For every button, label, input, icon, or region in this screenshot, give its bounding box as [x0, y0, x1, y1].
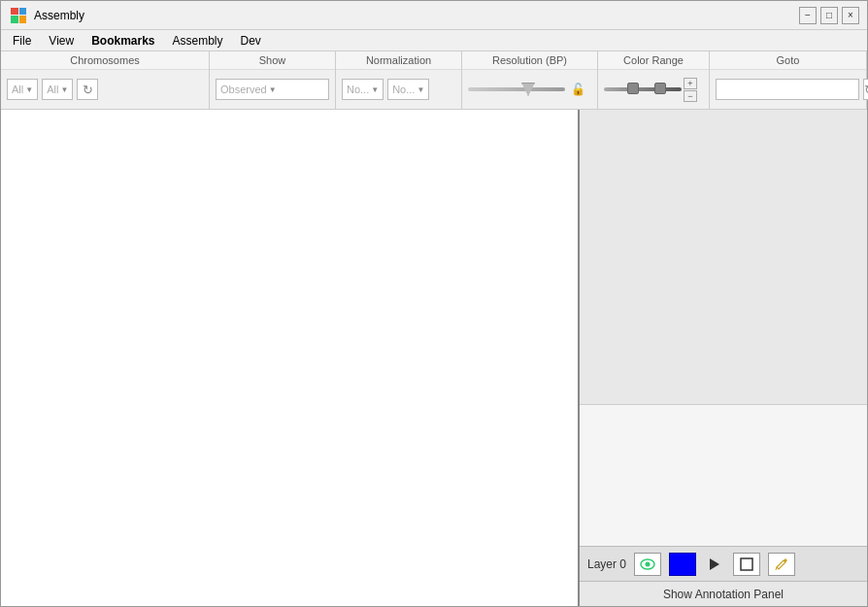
- layer-bar: Layer 0: [580, 546, 867, 581]
- chromosomes-body: All ▼ All ▼ ↻: [1, 70, 209, 109]
- window-title: Assembly: [34, 9, 84, 22]
- normalization-header: Normalization: [336, 51, 461, 70]
- norm-value1: No...: [347, 84, 369, 95]
- right-top-panel: [580, 110, 867, 405]
- annotation-panel-button[interactable]: Show Annotation Panel: [580, 581, 867, 606]
- svg-rect-3: [741, 558, 752, 570]
- norm1-arrow: ▼: [371, 85, 379, 94]
- resolution-header: Resolution (BP): [462, 51, 597, 70]
- layer-color-swatch[interactable]: [669, 553, 696, 576]
- resolution-slider-thumb: [521, 83, 535, 96]
- goto-section: Goto ↻: [710, 51, 867, 109]
- chr1-value: All: [12, 84, 23, 95]
- goto-body: ↻: [710, 70, 866, 109]
- goto-input[interactable]: [716, 79, 859, 100]
- color-range-thumb-right: [654, 83, 666, 94]
- menu-view[interactable]: View: [41, 32, 82, 50]
- chr2-dropdown[interactable]: All ▼: [42, 79, 73, 100]
- chr1-arrow: ▼: [25, 85, 33, 94]
- pencil-icon: [775, 557, 788, 571]
- menu-bar: File View Bookmarks Assembly Dev: [1, 30, 867, 51]
- norm2-arrow: ▼: [417, 85, 424, 94]
- chromosomes-refresh-button[interactable]: ↻: [77, 79, 98, 100]
- right-bottom-panel: [580, 405, 867, 546]
- goto-go-button[interactable]: ↻: [863, 79, 868, 100]
- play-icon: [710, 558, 719, 570]
- left-panel: [1, 110, 580, 606]
- color-range-plus-button[interactable]: +: [684, 78, 697, 89]
- color-range-minus-button[interactable]: −: [684, 90, 697, 102]
- layer-label: Layer 0: [587, 557, 626, 571]
- chr2-arrow: ▼: [60, 85, 68, 94]
- app-icon: [9, 6, 28, 25]
- show-dropdown[interactable]: Observed ▼: [216, 79, 329, 100]
- svg-marker-2: [710, 558, 719, 570]
- color-range-slider[interactable]: [604, 87, 682, 91]
- title-bar-controls: − □ ×: [799, 7, 859, 24]
- square-icon: [740, 557, 753, 571]
- goto-header: Goto: [710, 51, 866, 70]
- controls-bar: Chromosomes All ▼ All ▼ ↻ Show Observed …: [1, 51, 867, 110]
- show-section: Show Observed ▼: [210, 51, 336, 109]
- chr2-value: All: [47, 84, 58, 95]
- layer-square-button[interactable]: [733, 553, 760, 576]
- color-range-section: Color Range + −: [598, 51, 710, 109]
- eye-icon: [640, 558, 655, 570]
- svg-point-1: [646, 561, 651, 566]
- norm-value2: No...: [392, 84, 415, 95]
- color-range-controls: + −: [684, 78, 697, 102]
- resolution-lock-button[interactable]: 🔓: [569, 79, 586, 100]
- normalization-section: Normalization No... ▼ No... ▼: [336, 51, 462, 109]
- normalization-dropdown1[interactable]: No... ▼: [342, 79, 384, 100]
- show-header: Show: [210, 51, 335, 70]
- chromosomes-header: Chromosomes: [1, 51, 209, 70]
- normalization-body: No... ▼ No... ▼: [336, 70, 461, 109]
- show-arrow: ▼: [269, 85, 277, 94]
- layer-visibility-button[interactable]: [634, 553, 661, 576]
- menu-dev[interactable]: Dev: [233, 32, 269, 50]
- main-content: Layer 0: [1, 110, 867, 606]
- annotation-panel-label: Show Annotation Panel: [663, 588, 784, 601]
- color-range-header: Color Range: [598, 51, 709, 70]
- minimize-button[interactable]: −: [799, 7, 817, 24]
- close-button[interactable]: ×: [842, 7, 859, 24]
- right-panel: Layer 0: [580, 110, 867, 606]
- show-value: Observed: [220, 84, 267, 95]
- layer-play-button[interactable]: [704, 553, 725, 576]
- title-bar-left: Assembly: [9, 6, 84, 25]
- color-range-body: + −: [598, 70, 709, 109]
- menu-bookmarks[interactable]: Bookmarks: [83, 32, 162, 50]
- color-range-thumb-left: [627, 83, 639, 94]
- chromosomes-section: Chromosomes All ▼ All ▼ ↻: [1, 51, 210, 109]
- menu-assembly[interactable]: Assembly: [165, 32, 231, 50]
- show-body: Observed ▼: [210, 70, 335, 109]
- maximize-button[interactable]: □: [820, 7, 838, 24]
- resolution-section: Resolution (BP) 🔓: [462, 51, 598, 109]
- title-bar: Assembly − □ ×: [1, 1, 867, 30]
- resolution-body: 🔓: [462, 70, 597, 109]
- chr1-dropdown[interactable]: All ▼: [7, 79, 38, 100]
- menu-file[interactable]: File: [5, 32, 39, 50]
- normalization-dropdown2[interactable]: No... ▼: [387, 79, 429, 100]
- layer-pencil-button[interactable]: [768, 553, 795, 576]
- svg-line-4: [776, 567, 777, 570]
- resolution-slider[interactable]: [468, 87, 565, 91]
- main-window: Assembly − □ × File View Bookmarks Assem…: [0, 0, 868, 607]
